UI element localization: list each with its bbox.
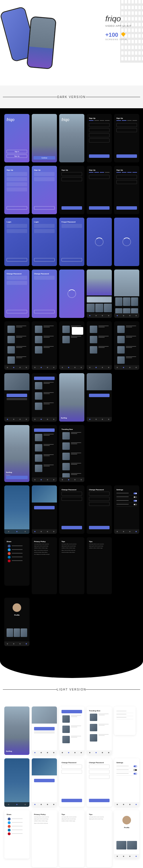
- input[interactable]: [6, 229, 27, 233]
- button[interactable]: [34, 727, 55, 731]
- list-item[interactable]: [34, 335, 55, 344]
- menu-item[interactable]: [116, 713, 133, 716]
- button[interactable]: [34, 206, 55, 210]
- input[interactable]: [89, 775, 110, 779]
- social-item[interactable]: [8, 552, 26, 555]
- video[interactable]: [32, 486, 57, 502]
- button[interactable]: Continue: [33, 156, 55, 159]
- list-item[interactable]: [116, 355, 137, 365]
- button[interactable]: Sign In: [6, 150, 27, 153]
- social-item[interactable]: [8, 825, 26, 828]
- toggle[interactable]: [134, 773, 137, 775]
- input[interactable]: [89, 138, 110, 143]
- list-item[interactable]: [89, 733, 110, 742]
- video-hero[interactable]: [32, 707, 57, 723]
- social-item[interactable]: [8, 832, 26, 835]
- input[interactable]: [6, 187, 27, 191]
- list-item[interactable]: [34, 345, 55, 354]
- input[interactable]: [89, 770, 110, 774]
- nav-icon[interactable]: [96, 315, 97, 316]
- player-controls[interactable]: [4, 802, 29, 807]
- input[interactable]: [116, 175, 137, 179]
- toggle[interactable]: [134, 769, 137, 771]
- toggle[interactable]: [134, 766, 137, 767]
- list-item[interactable]: [34, 433, 55, 442]
- list-item[interactable]: [89, 345, 110, 354]
- list-item[interactable]: [62, 735, 82, 744]
- video[interactable]: [32, 758, 57, 775]
- button[interactable]: [62, 258, 82, 261]
- player-controls[interactable]: [4, 529, 29, 534]
- button[interactable]: [89, 206, 110, 210]
- social-item[interactable]: [8, 821, 26, 824]
- thumb[interactable]: [95, 304, 103, 312]
- input[interactable]: [34, 172, 55, 176]
- thumb[interactable]: [6, 628, 13, 637]
- avatar[interactable]: [13, 603, 21, 612]
- list-item[interactable]: [62, 431, 82, 440]
- toggle[interactable]: [134, 496, 137, 498]
- list-item[interactable]: [89, 713, 110, 722]
- dropdown-menu[interactable]: [72, 327, 83, 335]
- input[interactable]: [62, 177, 82, 181]
- input[interactable]: [34, 224, 55, 228]
- button[interactable]: [34, 779, 55, 782]
- nav-icon[interactable]: [117, 315, 118, 316]
- button[interactable]: [34, 429, 55, 432]
- list-item[interactable]: [34, 325, 55, 334]
- input[interactable]: [62, 224, 82, 228]
- input[interactable]: [6, 172, 27, 176]
- button[interactable]: [34, 258, 55, 261]
- thumb[interactable]: [104, 304, 112, 312]
- input[interactable]: [116, 180, 137, 184]
- social-item[interactable]: [8, 817, 26, 820]
- button[interactable]: [34, 377, 55, 380]
- input[interactable]: [34, 229, 55, 233]
- list-item[interactable]: [116, 345, 137, 354]
- input[interactable]: [62, 497, 82, 501]
- input[interactable]: [6, 177, 27, 181]
- input[interactable]: [89, 492, 110, 496]
- list-item[interactable]: [62, 452, 82, 461]
- video-hero[interactable]: [4, 373, 29, 390]
- list-item[interactable]: [62, 335, 82, 344]
- thumb[interactable]: [115, 298, 122, 306]
- list-item[interactable]: [62, 725, 82, 734]
- button[interactable]: [6, 310, 27, 313]
- button[interactable]: [6, 206, 27, 210]
- menu-item[interactable]: [73, 328, 82, 329]
- input[interactable]: [116, 128, 137, 132]
- input[interactable]: [62, 770, 82, 774]
- avatar[interactable]: [122, 816, 131, 825]
- input[interactable]: [89, 175, 110, 179]
- watch-button[interactable]: [6, 394, 27, 397]
- list-item[interactable]: [89, 335, 110, 344]
- input[interactable]: [89, 497, 110, 501]
- thumb[interactable]: [123, 298, 130, 306]
- list-item[interactable]: [34, 464, 55, 473]
- button[interactable]: [6, 476, 28, 479]
- button[interactable]: [89, 394, 110, 397]
- list-item[interactable]: [116, 325, 137, 334]
- toggle[interactable]: [134, 500, 137, 502]
- list-item[interactable]: [89, 325, 110, 334]
- thumb[interactable]: [87, 304, 95, 312]
- list-item[interactable]: [34, 381, 55, 390]
- thumb[interactable]: [21, 628, 27, 637]
- list-item[interactable]: [6, 345, 27, 354]
- input[interactable]: [62, 172, 82, 176]
- toggle[interactable]: [134, 504, 137, 505]
- social-item[interactable]: [8, 548, 26, 551]
- nav-icon[interactable]: [123, 315, 124, 316]
- button[interactable]: [34, 310, 55, 313]
- social-item[interactable]: [8, 829, 26, 832]
- list-item[interactable]: [62, 441, 82, 451]
- button[interactable]: [62, 710, 82, 713]
- input[interactable]: [62, 765, 82, 769]
- thumb[interactable]: [116, 841, 126, 849]
- input[interactable]: [89, 133, 110, 137]
- button[interactable]: [89, 799, 110, 802]
- button[interactable]: [34, 506, 55, 509]
- list-item[interactable]: [116, 335, 137, 344]
- list-item[interactable]: [89, 723, 110, 732]
